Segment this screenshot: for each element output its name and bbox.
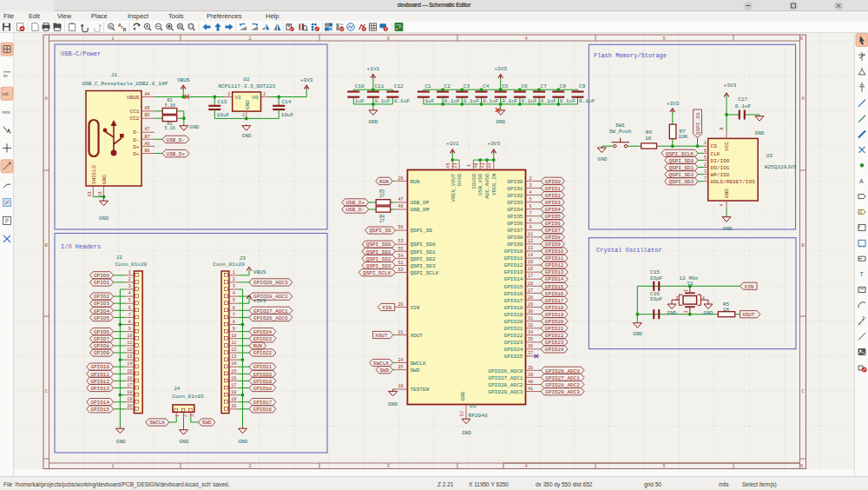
svg-text:3: 3 bbox=[386, 36, 390, 42]
svg-text:VBUS: VBUS bbox=[177, 77, 190, 83]
svg-text:QSPI_SD1: QSPI_SD1 bbox=[410, 249, 436, 255]
svg-text:7: 7 bbox=[128, 313, 131, 318]
svg-text:GPIO2: GPIO2 bbox=[545, 193, 561, 199]
svg-text:QSPI_SD2: QSPI_SD2 bbox=[668, 172, 694, 178]
svg-text:CS: CS bbox=[711, 143, 718, 149]
svg-text:XIN: XIN bbox=[410, 305, 419, 311]
svg-text:GND: GND bbox=[462, 430, 471, 436]
svg-text:10uF: 10uF bbox=[281, 112, 294, 118]
svg-text:32: 32 bbox=[528, 323, 533, 328]
svg-text:GPIO6: GPIO6 bbox=[94, 329, 109, 335]
svg-text:GPIO24: GPIO24 bbox=[253, 329, 273, 335]
svg-text:GND: GND bbox=[667, 310, 677, 316]
svg-text:A5: A5 bbox=[144, 106, 149, 111]
svg-text:GPIO29_ADC3: GPIO29_ADC3 bbox=[545, 389, 580, 395]
svg-text:7: 7 bbox=[704, 176, 707, 182]
svg-text:18: 18 bbox=[231, 390, 236, 395]
svg-text:GPIO21: GPIO21 bbox=[253, 364, 273, 370]
svg-text:11: 11 bbox=[231, 341, 236, 346]
svg-text:C6: C6 bbox=[521, 83, 528, 89]
svg-text:QSPI_SCLK: QSPI_SCLK bbox=[363, 270, 391, 276]
svg-text:38: 38 bbox=[528, 366, 533, 371]
svg-text:GPIO2: GPIO2 bbox=[94, 294, 109, 300]
svg-text:ADC_AVDD: ADC_AVDD bbox=[484, 173, 490, 199]
svg-text:28: 28 bbox=[528, 295, 533, 301]
svg-text:C2: C2 bbox=[444, 83, 451, 89]
svg-text:GND: GND bbox=[238, 439, 247, 445]
svg-text:GND: GND bbox=[116, 439, 126, 445]
svg-text:2: 2 bbox=[233, 277, 235, 282]
svg-text:QSPI_SD2: QSPI_SD2 bbox=[366, 256, 391, 262]
svg-text:QSPI_SD1: QSPI_SD1 bbox=[668, 165, 694, 171]
svg-text:QSPI_SD0: QSPI_SD0 bbox=[410, 242, 436, 248]
svg-text:GPIO4: GPIO4 bbox=[94, 308, 109, 315]
svg-text:SWCLK: SWCLK bbox=[410, 361, 426, 367]
svg-text:GPIO0: GPIO0 bbox=[94, 273, 109, 279]
svg-text:GPIO14: GPIO14 bbox=[545, 276, 564, 282]
svg-text:+3V3: +3V3 bbox=[300, 77, 313, 83]
svg-text:39: 39 bbox=[528, 373, 533, 378]
svg-text:Crystal Oscillator: Crystal Oscillator bbox=[596, 247, 662, 254]
svg-text:GPIO8: GPIO8 bbox=[94, 343, 109, 349]
svg-text:18: 18 bbox=[127, 390, 132, 395]
svg-text:GPIO9: GPIO9 bbox=[94, 350, 109, 356]
svg-text:GPIO6: GPIO6 bbox=[507, 221, 523, 227]
svg-text:44: 44 bbox=[488, 162, 493, 168]
svg-text:in: in bbox=[3, 73, 8, 78]
svg-text:3: 3 bbox=[684, 310, 689, 313]
svg-text:WP/IO2: WP/IO2 bbox=[711, 172, 730, 178]
svg-text:GPIO4: GPIO4 bbox=[545, 207, 561, 213]
svg-text:J4: J4 bbox=[174, 386, 181, 392]
svg-text:VREG_VOUT: VREG_VOUT bbox=[450, 173, 457, 202]
svg-text:55: 55 bbox=[398, 247, 403, 252]
svg-text:43: 43 bbox=[481, 162, 486, 168]
svg-text:GPIO21: GPIO21 bbox=[504, 326, 523, 332]
svg-text:31: 31 bbox=[528, 316, 533, 321]
svg-text:52: 52 bbox=[398, 268, 403, 273]
svg-text:53: 53 bbox=[398, 239, 403, 244]
svg-text:GPIO3: GPIO3 bbox=[94, 301, 109, 307]
svg-text:C3: C3 bbox=[464, 83, 470, 89]
svg-text:40: 40 bbox=[528, 380, 533, 385]
svg-text:GPIO28_ADC2: GPIO28_ADC2 bbox=[545, 382, 580, 388]
svg-text:57: 57 bbox=[460, 411, 465, 416]
svg-text:17: 17 bbox=[528, 274, 533, 279]
svg-text:GPIO5: GPIO5 bbox=[545, 214, 561, 220]
svg-text:C: C bbox=[801, 388, 805, 394]
svg-text:3: 3 bbox=[190, 414, 195, 417]
svg-text:GPIO12: GPIO12 bbox=[504, 262, 523, 268]
svg-text:13: 13 bbox=[231, 354, 236, 360]
svg-text:GPIO16: GPIO16 bbox=[504, 291, 523, 297]
svg-text:13: 13 bbox=[127, 354, 132, 360]
svg-text:5.1K: 5.1K bbox=[165, 103, 176, 109]
svg-text:GPIO15: GPIO15 bbox=[504, 284, 523, 290]
svg-text:GPIO19: GPIO19 bbox=[504, 312, 523, 318]
svg-text:QSPI_SCLK: QSPI_SCLK bbox=[410, 270, 438, 276]
svg-text:27: 27 bbox=[379, 219, 385, 224]
svg-text:GND: GND bbox=[755, 130, 765, 136]
svg-text:1: 1 bbox=[111, 36, 115, 42]
svg-text:5: 5 bbox=[128, 298, 131, 303]
svg-text:4: 4 bbox=[128, 291, 131, 296]
svg-text:GPIO8: GPIO8 bbox=[507, 235, 523, 241]
svg-text:51: 51 bbox=[398, 261, 403, 266]
svg-text:4: 4 bbox=[702, 296, 705, 301]
svg-text:RUN: RUN bbox=[410, 179, 419, 185]
svg-text:TESTEN: TESTEN bbox=[410, 387, 429, 393]
svg-text:GPIO19: GPIO19 bbox=[253, 379, 273, 385]
svg-text:23: 23 bbox=[453, 162, 458, 168]
svg-text:8: 8 bbox=[233, 320, 235, 325]
svg-text:GPIO13: GPIO13 bbox=[90, 386, 109, 392]
svg-text:GPIO7: GPIO7 bbox=[507, 228, 523, 234]
svg-text:GPIO29_ADC3: GPIO29_ADC3 bbox=[253, 280, 288, 286]
svg-text:GPIO27_ADC1: GPIO27_ADC1 bbox=[488, 375, 523, 381]
svg-text:10: 10 bbox=[127, 334, 132, 339]
svg-text:GPIO18: GPIO18 bbox=[253, 386, 273, 392]
svg-text:0.1uF: 0.1uF bbox=[560, 98, 576, 104]
svg-text:16: 16 bbox=[528, 267, 533, 272]
svg-text:J3: J3 bbox=[240, 255, 247, 262]
svg-text:GPIO11: GPIO11 bbox=[504, 255, 523, 262]
svg-text:GPIO1: GPIO1 bbox=[94, 280, 109, 286]
svg-text:5.1K: 5.1K bbox=[165, 126, 176, 131]
svg-text:GPIO26_ADC0: GPIO26_ADC0 bbox=[545, 368, 580, 374]
